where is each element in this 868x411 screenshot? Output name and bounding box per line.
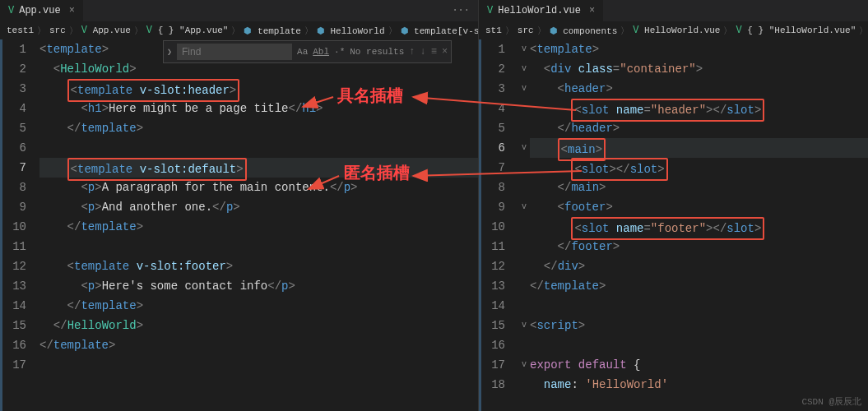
code-line[interactable] xyxy=(39,355,478,375)
fold-icon[interactable]: v xyxy=(518,59,530,79)
annotation-named-slot: 具名插槽 xyxy=(337,85,403,107)
line-number: 1 xyxy=(0,39,26,59)
fold-icon[interactable]: v xyxy=(518,138,530,158)
line-number: 16 xyxy=(479,335,505,355)
code-line[interactable] xyxy=(39,237,478,256)
fold-icon[interactable] xyxy=(518,237,530,256)
line-number: 1 xyxy=(479,39,505,59)
close-icon[interactable]: × xyxy=(589,5,595,16)
code-line[interactable]: <slot></slot> xyxy=(530,158,868,178)
fold-icon[interactable]: v xyxy=(518,197,530,217)
code-line[interactable]: <slot name="footer"></slot> xyxy=(530,217,868,237)
code-line[interactable]: </template> xyxy=(39,335,478,355)
fold-icon[interactable] xyxy=(518,296,530,316)
fold-icon[interactable] xyxy=(518,118,530,138)
close-icon[interactable]: × xyxy=(69,5,75,16)
find-next-icon[interactable]: ↓ xyxy=(420,46,425,58)
code-line[interactable] xyxy=(530,296,868,316)
code-line[interactable]: </div> xyxy=(530,256,868,276)
line-number: 13 xyxy=(479,276,505,296)
line-number: 4 xyxy=(479,99,505,118)
regex-icon[interactable]: ·* xyxy=(334,47,345,57)
breadcrumb-left[interactable]: test1〉src〉V App.vue〉V { } "App.vue"〉⬢ te… xyxy=(0,21,478,39)
code-line[interactable]: </HelloWorld> xyxy=(39,316,478,335)
editor-right[interactable]: 123456789101112131415161718 vvvvvvv <tem… xyxy=(479,39,868,411)
code-line[interactable]: </template> xyxy=(39,118,478,138)
fold-icon[interactable] xyxy=(518,276,530,296)
code-line[interactable]: <template v-slot:footer> xyxy=(39,256,478,276)
code-line[interactable]: </template> xyxy=(39,296,478,316)
line-number: 8 xyxy=(0,178,26,197)
find-close-icon[interactable]: × xyxy=(442,46,448,58)
tab-overflow-icon[interactable]: ··· xyxy=(443,5,478,16)
fold-icon[interactable] xyxy=(518,256,530,276)
fold-icon[interactable] xyxy=(518,158,530,178)
tab-label: HelloWorld.vue xyxy=(498,5,581,16)
code-line[interactable]: <main> xyxy=(530,138,868,158)
line-number: 5 xyxy=(479,118,505,138)
code-line[interactable] xyxy=(39,138,478,158)
line-number: 2 xyxy=(479,59,505,79)
line-number: 15 xyxy=(479,316,505,335)
code-line[interactable]: </template> xyxy=(530,276,868,296)
line-number: 7 xyxy=(479,158,505,178)
match-case-icon[interactable]: Aa xyxy=(297,47,308,57)
line-number: 15 xyxy=(0,316,26,335)
tab-helloworld-vue[interactable]: V HelloWorld.vue × xyxy=(479,0,604,21)
code-line[interactable]: name: 'HelloWorld' xyxy=(530,375,868,395)
line-number: 8 xyxy=(479,178,505,197)
fold-icon[interactable] xyxy=(518,178,530,197)
tab-label: App.vue xyxy=(19,5,60,16)
line-number: 14 xyxy=(479,296,505,316)
fold-icon[interactable]: v xyxy=(518,39,530,59)
code-line[interactable]: export default { xyxy=(530,355,868,375)
find-selection-icon[interactable]: ≡ xyxy=(431,46,437,58)
fold-icon[interactable] xyxy=(518,375,530,395)
line-number: 10 xyxy=(479,217,505,237)
fold-icon[interactable]: v xyxy=(518,79,530,99)
code-line[interactable]: <template> xyxy=(530,39,868,59)
chevron-right-icon[interactable]: ❯ xyxy=(167,47,172,57)
fold-icon[interactable]: v xyxy=(518,316,530,335)
line-number: 17 xyxy=(0,355,26,375)
code-line[interactable]: <p>Here's some contact info</p> xyxy=(39,276,478,296)
line-number: 10 xyxy=(0,217,26,237)
line-number: 6 xyxy=(479,138,505,158)
code-line[interactable] xyxy=(530,335,868,355)
breadcrumb-right[interactable]: st1〉src〉⬢ components〉V HelloWorld.vue〉V … xyxy=(479,21,868,39)
line-number: 11 xyxy=(479,237,505,256)
line-number: 6 xyxy=(0,138,26,158)
code-line[interactable]: <script> xyxy=(530,316,868,335)
line-number: 11 xyxy=(0,237,26,256)
find-results: No results xyxy=(350,47,404,57)
code-line[interactable]: <h1>Here might be a page title</h1> xyxy=(39,99,478,118)
fold-icon[interactable] xyxy=(518,217,530,237)
find-input[interactable] xyxy=(177,44,292,60)
code-line[interactable]: <template v-slot:default> xyxy=(39,158,478,178)
find-prev-icon[interactable]: ↑ xyxy=(409,46,415,58)
vue-icon: V xyxy=(8,5,14,16)
line-number: 7 xyxy=(0,158,26,178)
code-line[interactable]: <slot name="header"></slot> xyxy=(530,99,868,118)
code-line[interactable]: <footer> xyxy=(530,197,868,217)
whole-word-icon[interactable]: Abl xyxy=(313,47,329,57)
line-number: 14 xyxy=(0,296,26,316)
code-line[interactable]: </template> xyxy=(39,217,478,237)
line-number: 9 xyxy=(0,197,26,217)
code-line[interactable]: <template v-slot:header> xyxy=(39,79,478,99)
line-number: 16 xyxy=(0,335,26,355)
code-line[interactable]: <header> xyxy=(530,79,868,99)
code-line[interactable]: </main> xyxy=(530,178,868,197)
code-line[interactable]: <p>A paragraph for the main content.</p> xyxy=(39,178,478,197)
find-widget[interactable]: ❯ Aa Abl ·* No results ↑ ↓ ≡ × xyxy=(163,40,452,63)
line-number: 3 xyxy=(0,79,26,99)
editor-left[interactable]: 1234567891011121314151617 <template> <He… xyxy=(0,39,478,411)
fold-icon[interactable] xyxy=(518,99,530,118)
tab-app-vue[interactable]: V App.vue × xyxy=(0,0,84,21)
fold-icon[interactable]: v xyxy=(518,355,530,375)
tab-bar-right: V HelloWorld.vue × xyxy=(479,0,868,21)
code-line[interactable]: <div class="container"> xyxy=(530,59,868,79)
fold-icon[interactable] xyxy=(518,335,530,355)
code-line[interactable]: <p>And another one.</p> xyxy=(39,197,478,217)
line-number: 12 xyxy=(0,256,26,276)
